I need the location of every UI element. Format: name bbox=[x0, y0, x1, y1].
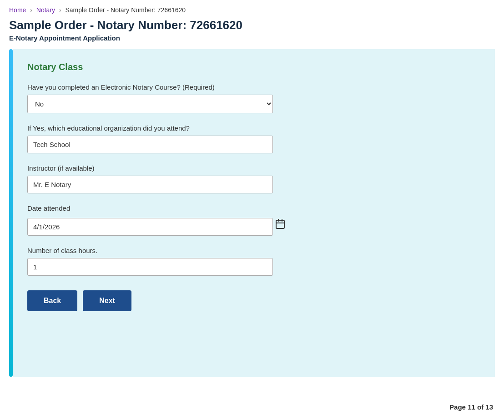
form-panel: Notary Class Have you completed an Elect… bbox=[13, 49, 495, 377]
button-row: Back Next bbox=[27, 290, 480, 311]
course-group: Have you completed an Electronic Notary … bbox=[27, 83, 480, 113]
date-group: Date attended bbox=[27, 204, 480, 236]
org-input[interactable] bbox=[27, 136, 273, 153]
left-accent-bar bbox=[9, 49, 13, 377]
breadcrumb-notary[interactable]: Notary bbox=[36, 6, 55, 14]
breadcrumb-home[interactable]: Home bbox=[9, 6, 26, 14]
main-content: Notary Class Have you completed an Elect… bbox=[0, 49, 504, 386]
org-group: If Yes, which educational organization d… bbox=[27, 124, 480, 153]
hours-label: Number of class hours. bbox=[27, 247, 480, 254]
page-subtitle: E-Notary Appointment Application bbox=[9, 34, 495, 42]
page-indicator: Page 11 of 13 bbox=[449, 403, 493, 411]
instructor-group: Instructor (if available) bbox=[27, 164, 480, 193]
back-button[interactable]: Back bbox=[27, 290, 77, 311]
calendar-icon[interactable] bbox=[275, 218, 286, 232]
hours-group: Number of class hours. bbox=[27, 247, 480, 276]
section-title: Notary Class bbox=[27, 62, 480, 72]
breadcrumb-sep-1: › bbox=[30, 6, 32, 14]
svg-rect-0 bbox=[276, 220, 284, 228]
breadcrumb-current: Sample Order - Notary Number: 72661620 bbox=[66, 6, 186, 14]
org-label: If Yes, which educational organization d… bbox=[27, 124, 480, 132]
breadcrumb: Home › Notary › Sample Order - Notary Nu… bbox=[0, 0, 504, 18]
page-title: Sample Order - Notary Number: 72661620 bbox=[9, 18, 495, 32]
date-label: Date attended bbox=[27, 204, 480, 212]
hours-input[interactable] bbox=[27, 258, 273, 276]
breadcrumb-sep-2: › bbox=[59, 6, 61, 14]
date-input[interactable] bbox=[27, 218, 273, 236]
course-label: Have you completed an Electronic Notary … bbox=[27, 83, 480, 91]
course-select[interactable]: No Yes bbox=[27, 95, 273, 113]
instructor-input[interactable] bbox=[27, 176, 273, 193]
page-header: Sample Order - Notary Number: 72661620 E… bbox=[0, 18, 504, 49]
instructor-label: Instructor (if available) bbox=[27, 164, 480, 172]
next-button[interactable]: Next bbox=[83, 290, 131, 311]
